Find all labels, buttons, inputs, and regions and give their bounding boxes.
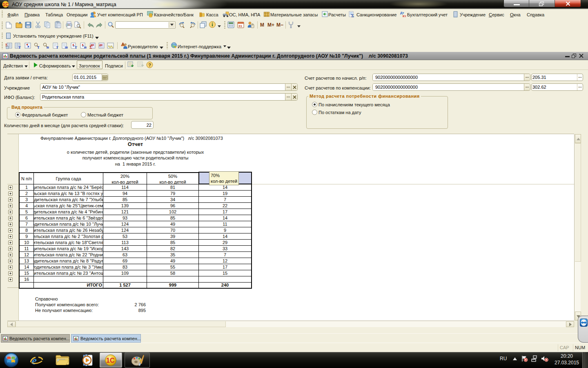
svg-text:Σ: Σ	[351, 13, 354, 18]
svg-text:T: T	[75, 45, 77, 49]
svg-text:e: e	[32, 355, 37, 366]
svg-text:дк: дк	[99, 43, 102, 47]
svg-text:?: ?	[148, 63, 151, 67]
svg-text:1С: 1С	[106, 357, 115, 364]
svg-text:T: T	[56, 45, 58, 49]
svg-text:Σ: Σ	[89, 45, 92, 49]
svg-text:Кт: Кт	[403, 14, 406, 18]
svg-text:31: 31	[238, 24, 242, 28]
svg-text:1С: 1С	[3, 2, 9, 7]
svg-text:T: T	[18, 45, 21, 49]
svg-text:T: T	[37, 45, 40, 49]
